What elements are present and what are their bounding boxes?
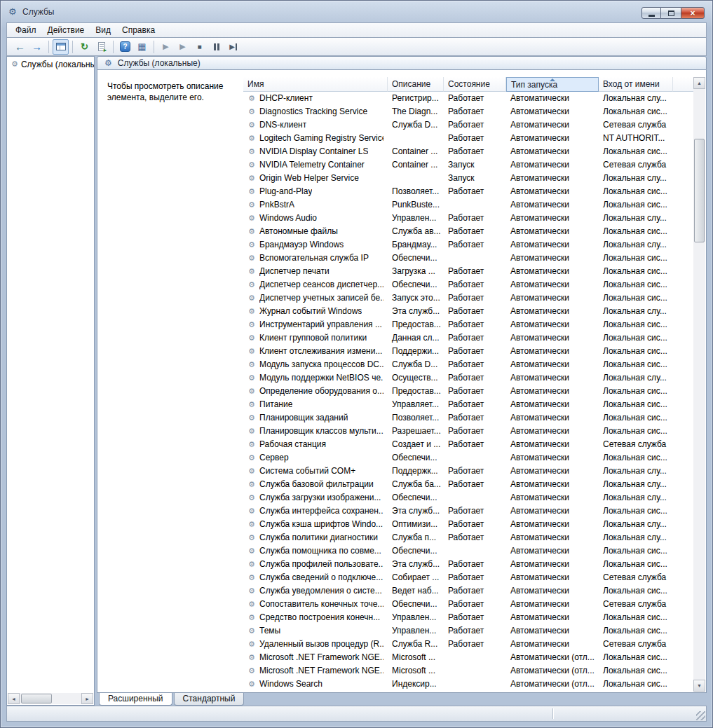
tree-root-services[interactable]: ⚙ Службы (локальные) bbox=[7, 57, 94, 70]
forward-button[interactable]: → bbox=[29, 39, 45, 55]
table-row[interactable]: ⚙Система событий COM+Поддержк...Работает… bbox=[243, 465, 693, 478]
table-row[interactable]: ⚙ПитаниеУправляет...РаботаетАвтоматическ… bbox=[243, 398, 693, 411]
scroll-up-button[interactable]: ▲ bbox=[693, 77, 705, 89]
table-row[interactable]: ⚙Модуль запуска процессов DC...Служба D.… bbox=[243, 358, 693, 371]
table-row[interactable]: ⚙Инструментарий управления ...Предостав.… bbox=[243, 318, 693, 331]
table-row[interactable]: ⚙Служба политики диагностикиСлужба п...Р… bbox=[243, 531, 693, 544]
refresh-button[interactable]: ↻ bbox=[76, 39, 93, 55]
menu-help[interactable]: Справка bbox=[116, 23, 161, 37]
table-row[interactable]: ⚙Удаленный вызов процедур (R...Служба R.… bbox=[243, 638, 693, 651]
tab-standard[interactable]: Стандартный bbox=[174, 693, 245, 706]
menu-view[interactable]: Вид bbox=[90, 23, 116, 37]
table-row[interactable]: ⚙Сопоставитель конечных точе...Обеспечи.… bbox=[243, 598, 693, 611]
table-row[interactable]: ⚙Windows AudioУправлен...РаботаетАвтомат… bbox=[243, 212, 693, 225]
resume-service-button[interactable]: ▶ bbox=[175, 39, 191, 55]
table-row[interactable]: ⚙Планировщик заданийПозволяет...Работает… bbox=[243, 411, 693, 425]
back-button[interactable]: ← bbox=[12, 39, 28, 55]
tree-horizontal-scrollbar[interactable]: ◄ ► bbox=[8, 693, 93, 704]
service-name-cell: ⚙Diagnostics Tracking Service bbox=[243, 105, 388, 118]
minimize-button[interactable] bbox=[641, 7, 661, 19]
column-header-logon[interactable]: Вход от имени bbox=[599, 77, 673, 92]
table-row[interactable]: ⚙Средство построения конечн...Управлен..… bbox=[243, 611, 693, 624]
service-description-cell: Обеспечи... bbox=[388, 278, 444, 291]
table-row[interactable]: ⚙Служба профилей пользовате...Эта служб.… bbox=[243, 558, 693, 571]
titlebar[interactable]: ⚙ Службы × bbox=[1, 1, 712, 22]
table-row[interactable]: ⚙Microsoft .NET Framework NGE...Microsof… bbox=[243, 664, 693, 678]
service-name-cell: ⚙Logitech Gaming Registry Service bbox=[243, 132, 388, 145]
show-console-tree-button[interactable] bbox=[53, 39, 69, 55]
table-row[interactable]: ⚙Клиент групповой политикиДанная сл...Ра… bbox=[243, 331, 693, 345]
table-row[interactable]: ⚙Диспетчер учетных записей бе...Запуск э… bbox=[243, 291, 693, 305]
window-controls: × bbox=[641, 7, 705, 19]
service-gear-icon: ⚙ bbox=[247, 544, 256, 558]
table-row[interactable]: ⚙Windows SearchИндексир...Автоматически … bbox=[243, 678, 693, 691]
scroll-left-button[interactable]: ◄ bbox=[8, 693, 20, 704]
table-row[interactable]: ⚙Служба базовой фильтрацииСлужба ба...Ра… bbox=[243, 478, 693, 491]
table-row[interactable]: ⚙СерверОбеспечи...АвтоматическиЛокальная… bbox=[243, 451, 693, 465]
table-row[interactable]: ⚙Клиент отслеживания измени...Поддержи..… bbox=[243, 345, 693, 358]
table-row[interactable]: ⚙DHCP-клиентРегистрир...РаботаетАвтомати… bbox=[243, 92, 693, 105]
menu-action[interactable]: Действие bbox=[42, 23, 90, 37]
table-row[interactable]: ⚙Автономные файлыСлужба ав...РаботаетАвт… bbox=[243, 225, 693, 238]
table-row[interactable]: ⚙Служба сведений о подключе...Собирает .… bbox=[243, 571, 693, 584]
table-row[interactable]: ⚙Журнал событий WindowsЭта служб...Работ… bbox=[243, 305, 693, 318]
column-header-name[interactable]: Имя bbox=[243, 77, 388, 92]
table-row[interactable]: ⚙Брандмауэр WindowsБрандмау...РаботаетАв… bbox=[243, 238, 693, 252]
restart-service-button[interactable]: ▶ bbox=[225, 39, 241, 55]
service-name-label: Служба профилей пользовате... bbox=[259, 558, 383, 571]
table-row[interactable]: ⚙PnkBstrAPunkBuste...АвтоматическиЛокаль… bbox=[243, 198, 693, 212]
table-row[interactable]: ⚙Диспетчер печатиЗагрузка ...РаботаетАвт… bbox=[243, 265, 693, 278]
menu-file[interactable]: Файл bbox=[10, 23, 42, 37]
service-logon-cell: Локальная слу... bbox=[599, 92, 693, 105]
table-row[interactable]: ⚙Диспетчер сеансов диспетчер...Обеспечи.… bbox=[243, 278, 693, 291]
start-service-button[interactable]: ▶ bbox=[158, 39, 174, 55]
table-row[interactable]: ⚙Служба кэша шрифтов Windo...Оптимизи...… bbox=[243, 518, 693, 531]
stop-service-button[interactable]: ■ bbox=[191, 39, 208, 55]
table-row[interactable]: ⚙DNS-клиентСлужба D...РаботаетАвтоматиче… bbox=[243, 118, 693, 132]
table-row[interactable]: ⚙Plug-and-PlayПозволяет...РаботаетАвтома… bbox=[243, 185, 693, 198]
table-row[interactable]: ⚙ТемыУправлен...РаботаетАвтоматическиЛок… bbox=[243, 624, 693, 638]
table-row[interactable]: ⚙Служба загрузки изображени...Обеспечи..… bbox=[243, 491, 693, 504]
table-row[interactable]: ⚙Рабочая станцияСоздает и ...РаботаетАвт… bbox=[243, 438, 693, 451]
table-row[interactable]: ⚙Microsoft .NET Framework NGE...Microsof… bbox=[243, 651, 693, 664]
table-row[interactable]: ⚙Вспомогательная служба IPОбеспечи...Авт… bbox=[243, 252, 693, 265]
maximize-button[interactable] bbox=[661, 7, 681, 19]
help-button[interactable]: ? bbox=[117, 39, 133, 55]
table-row[interactable]: ⚙Определение оборудования о...Предостав.… bbox=[243, 385, 693, 398]
service-name-label: Диспетчер печати bbox=[259, 265, 330, 278]
service-startup-cell: Автоматически bbox=[506, 544, 599, 558]
service-logon-cell: Локальная слу... bbox=[599, 305, 693, 318]
scroll-right-button[interactable]: ► bbox=[81, 693, 93, 704]
table-row[interactable]: ⚙Служба интерфейса сохранен...Эта служб.… bbox=[243, 504, 693, 518]
column-header-status[interactable]: Состояние bbox=[444, 77, 506, 92]
close-button[interactable]: × bbox=[681, 7, 705, 19]
table-row[interactable]: ⚙NVIDIA Display Container LSContainer ..… bbox=[243, 145, 693, 158]
table-row[interactable]: ⚙Служба помощника по совме...Обеспечи...… bbox=[243, 544, 693, 558]
service-name-label: Служба уведомления о систе... bbox=[259, 584, 382, 598]
export-list-button[interactable] bbox=[93, 39, 109, 55]
table-row[interactable]: ⚙Diagnostics Tracking ServiceThe Diagn..… bbox=[243, 105, 693, 118]
table-row[interactable]: ⚙Origin Web Helper ServiceЗапускАвтомати… bbox=[243, 172, 693, 185]
scroll-down-button[interactable]: ▼ bbox=[693, 680, 705, 692]
service-status-cell: Работает bbox=[444, 398, 506, 411]
scrollbar-thumb[interactable] bbox=[694, 139, 705, 242]
scrollbar-track[interactable] bbox=[20, 693, 81, 704]
column-header-description[interactable]: Описание bbox=[388, 77, 444, 92]
column-header-startup-type[interactable]: Тип запуска bbox=[506, 77, 599, 92]
table-row[interactable]: ⚙Logitech Gaming Registry ServiceРаботае… bbox=[243, 132, 693, 145]
table-row[interactable]: ⚙Планировщик классов мульти...Разрешает.… bbox=[243, 425, 693, 438]
table-row[interactable]: ⚙NVIDIA Telemetry ContainerContainer ...… bbox=[243, 158, 693, 172]
resize-grip[interactable] bbox=[696, 711, 705, 720]
service-gear-icon: ⚙ bbox=[247, 358, 256, 371]
table-vertical-scrollbar[interactable]: ▲ ▼ bbox=[693, 77, 705, 692]
view-menu-button[interactable]: ▦ bbox=[134, 39, 150, 55]
table-row[interactable]: ⚙Служба уведомления о систе...Ведет наб.… bbox=[243, 584, 693, 598]
service-logon-cell: Локальная сис... bbox=[599, 398, 693, 411]
service-startup-cell: Автоматически bbox=[506, 451, 599, 465]
table-row[interactable]: ⚙Модуль поддержки NetBIOS че...Осуществ.… bbox=[243, 371, 693, 385]
pause-service-button[interactable] bbox=[208, 39, 224, 55]
tab-extended[interactable]: Расширенный bbox=[99, 693, 172, 706]
scrollbar-thumb[interactable] bbox=[21, 694, 52, 703]
toolbar-separator bbox=[48, 41, 49, 53]
service-name-cell: ⚙Windows Search bbox=[243, 678, 388, 691]
